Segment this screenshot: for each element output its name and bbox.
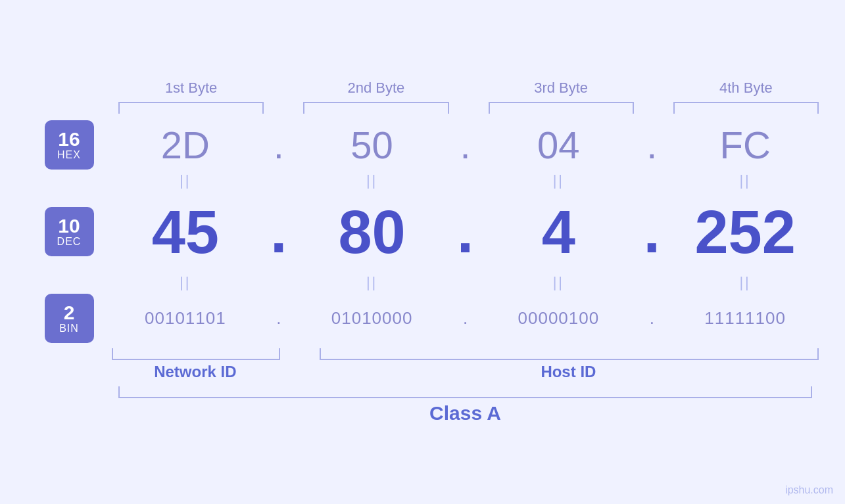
bin-row: 2 BIN 00101101 . 01010000 . 00000100 . 1… [26, 294, 819, 343]
eq-2-2: || [299, 274, 446, 291]
dec-row: 10 DEC 45 . 80 . 4 . 252 [26, 192, 819, 271]
class-bracket [118, 386, 812, 398]
equals-row-1: || || || || [26, 171, 819, 191]
host-id-bracket [320, 348, 819, 360]
hex-badge-label: HEX [57, 149, 81, 161]
class-section: Class A [26, 386, 819, 424]
host-id-label: Host ID [318, 363, 819, 381]
bin-badge-label: BIN [59, 323, 79, 334]
dec-dot-1: . [259, 197, 299, 266]
hex-dot-1: . [259, 123, 299, 167]
watermark: ipshu.com [785, 484, 833, 496]
bin-label-col: 2 BIN [26, 294, 112, 343]
top-bracket-3 [489, 102, 634, 114]
hex-value-4: FC [671, 123, 819, 167]
hex-dot-2: . [446, 123, 485, 167]
bin-dot-1: . [259, 308, 299, 329]
dec-value-1: 45 [112, 202, 259, 262]
hex-label-col: 16 HEX [26, 120, 112, 170]
hex-row: 16 HEX 2D . 50 . 04 . FC [26, 120, 819, 170]
hex-value-1: 2D [112, 123, 259, 167]
eq-2-1: || [112, 274, 259, 291]
dec-badge-label: DEC [57, 236, 82, 248]
hex-value-3: 04 [485, 123, 633, 167]
hex-badge: 16 HEX [45, 120, 94, 170]
eq-1-4: || [671, 172, 819, 189]
dec-badge-number: 10 [58, 216, 80, 236]
eq-1-3: || [485, 172, 633, 189]
hex-dot-3: . [632, 123, 671, 167]
byte-header-2: 2nd Byte [303, 80, 448, 97]
bin-value-3: 00000100 [485, 308, 633, 329]
hex-value-2: 50 [299, 123, 446, 167]
bin-dot-3: . [632, 308, 671, 329]
dec-value-3: 4 [485, 202, 633, 262]
hex-badge-number: 16 [58, 129, 80, 149]
dec-label-col: 10 DEC [26, 207, 112, 256]
equals-row-2: || || || || [26, 273, 819, 292]
dec-badge: 10 DEC [45, 207, 94, 256]
top-bracket-1 [118, 102, 264, 114]
dec-value-4: 252 [671, 202, 819, 262]
bin-value-2: 01010000 [299, 308, 446, 329]
byte-header-4: 4th Byte [673, 80, 819, 97]
byte-header-3: 3rd Byte [489, 80, 634, 97]
dec-dot-3: . [632, 197, 671, 266]
top-bracket-2 [303, 102, 448, 114]
network-id-bracket [112, 348, 280, 360]
bin-value-1: 00101101 [112, 308, 259, 329]
network-id-label: Network ID [112, 363, 279, 381]
bin-dot-2: . [446, 308, 485, 329]
dec-dot-2: . [446, 197, 485, 266]
top-bracket-4 [673, 102, 819, 114]
eq-2-4: || [671, 274, 819, 291]
byte-header-1: 1st Byte [118, 80, 264, 97]
bottom-brackets-row [26, 348, 819, 360]
top-brackets [26, 102, 819, 114]
eq-1-1: || [112, 172, 259, 189]
bin-value-4: 11111100 [671, 308, 819, 329]
class-label: Class A [429, 402, 501, 424]
bin-badge: 2 BIN [45, 294, 94, 343]
byte-headers: 1st Byte 2nd Byte 3rd Byte 4th Byte [26, 80, 819, 97]
dec-value-2: 80 [299, 202, 446, 262]
bin-badge-number: 2 [64, 303, 75, 323]
section-labels-row: Network ID Host ID [26, 363, 819, 381]
main-container: 1st Byte 2nd Byte 3rd Byte 4th Byte 16 H… [0, 0, 845, 504]
eq-2-3: || [485, 274, 633, 291]
eq-1-2: || [299, 172, 446, 189]
